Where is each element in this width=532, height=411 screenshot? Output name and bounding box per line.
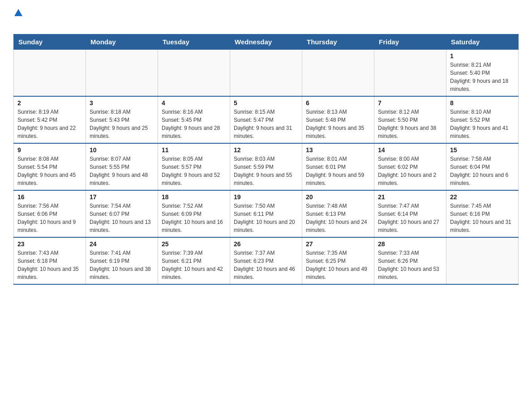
day-cell bbox=[374, 50, 446, 97]
day-info: Sunrise: 7:41 AM Sunset: 6:19 PM Dayligh… bbox=[90, 249, 154, 281]
day-number: 12 bbox=[234, 146, 298, 154]
day-number: 11 bbox=[162, 146, 226, 154]
day-info: Sunrise: 8:12 AM Sunset: 5:50 PM Dayligh… bbox=[378, 108, 442, 140]
day-number: 14 bbox=[378, 146, 442, 154]
day-number: 21 bbox=[378, 193, 442, 201]
day-number: 10 bbox=[90, 146, 154, 154]
day-number: 19 bbox=[234, 193, 298, 201]
day-info: Sunrise: 8:15 AM Sunset: 5:47 PM Dayligh… bbox=[234, 108, 298, 140]
day-number: 20 bbox=[306, 193, 370, 201]
day-number: 27 bbox=[306, 240, 370, 248]
day-cell: 10Sunrise: 8:07 AM Sunset: 5:55 PM Dayli… bbox=[86, 143, 158, 190]
day-cell: 7Sunrise: 8:12 AM Sunset: 5:50 PM Daylig… bbox=[374, 96, 446, 143]
day-number: 6 bbox=[306, 99, 370, 107]
calendar-header: SundayMondayTuesdayWednesdayThursdayFrid… bbox=[14, 34, 519, 50]
day-cell: 1Sunrise: 8:21 AM Sunset: 5:40 PM Daylig… bbox=[446, 50, 519, 97]
day-cell: 25Sunrise: 7:39 AM Sunset: 6:21 PM Dayli… bbox=[158, 237, 230, 284]
day-number: 9 bbox=[17, 146, 82, 154]
header-row: SundayMondayTuesdayWednesdayThursdayFrid… bbox=[14, 34, 519, 50]
day-number: 16 bbox=[17, 193, 82, 201]
week-row-4: 16Sunrise: 7:56 AM Sunset: 6:06 PM Dayli… bbox=[14, 190, 519, 237]
day-cell bbox=[158, 50, 230, 97]
logo bbox=[13, 9, 22, 30]
day-cell bbox=[14, 50, 86, 97]
day-info: Sunrise: 8:00 AM Sunset: 6:02 PM Dayligh… bbox=[378, 155, 442, 187]
day-info: Sunrise: 7:33 AM Sunset: 6:26 PM Dayligh… bbox=[378, 249, 442, 281]
day-cell: 4Sunrise: 8:16 AM Sunset: 5:45 PM Daylig… bbox=[158, 96, 230, 143]
day-number: 22 bbox=[450, 193, 515, 201]
day-info: Sunrise: 7:35 AM Sunset: 6:25 PM Dayligh… bbox=[306, 249, 370, 281]
day-cell: 14Sunrise: 8:00 AM Sunset: 6:02 PM Dayli… bbox=[374, 143, 446, 190]
day-info: Sunrise: 7:50 AM Sunset: 6:11 PM Dayligh… bbox=[234, 202, 298, 234]
day-cell: 12Sunrise: 8:03 AM Sunset: 5:59 PM Dayli… bbox=[230, 143, 302, 190]
logo-triangle-icon bbox=[14, 9, 22, 16]
day-number: 28 bbox=[378, 240, 442, 248]
day-cell: 27Sunrise: 7:35 AM Sunset: 6:25 PM Dayli… bbox=[302, 237, 374, 284]
day-info: Sunrise: 8:19 AM Sunset: 5:42 PM Dayligh… bbox=[17, 108, 82, 140]
day-info: Sunrise: 8:08 AM Sunset: 5:54 PM Dayligh… bbox=[17, 155, 82, 187]
day-cell bbox=[446, 237, 519, 284]
day-cell: 20Sunrise: 7:48 AM Sunset: 6:13 PM Dayli… bbox=[302, 190, 374, 237]
day-cell: 9Sunrise: 8:08 AM Sunset: 5:54 PM Daylig… bbox=[14, 143, 86, 190]
day-cell: 23Sunrise: 7:43 AM Sunset: 6:18 PM Dayli… bbox=[14, 237, 86, 284]
day-info: Sunrise: 8:01 AM Sunset: 6:01 PM Dayligh… bbox=[306, 155, 370, 187]
day-info: Sunrise: 7:56 AM Sunset: 6:06 PM Dayligh… bbox=[17, 202, 82, 234]
day-number: 3 bbox=[90, 99, 154, 107]
day-number: 4 bbox=[162, 99, 226, 107]
day-info: Sunrise: 8:16 AM Sunset: 5:45 PM Dayligh… bbox=[162, 108, 226, 140]
day-info: Sunrise: 8:10 AM Sunset: 5:52 PM Dayligh… bbox=[450, 108, 515, 140]
day-cell bbox=[230, 50, 302, 97]
day-info: Sunrise: 7:47 AM Sunset: 6:14 PM Dayligh… bbox=[378, 202, 442, 234]
header-day-wednesday: Wednesday bbox=[230, 34, 302, 50]
day-cell: 6Sunrise: 8:13 AM Sunset: 5:48 PM Daylig… bbox=[302, 96, 374, 143]
day-cell: 21Sunrise: 7:47 AM Sunset: 6:14 PM Dayli… bbox=[374, 190, 446, 237]
day-number: 25 bbox=[162, 240, 226, 248]
day-info: Sunrise: 7:45 AM Sunset: 6:16 PM Dayligh… bbox=[450, 202, 515, 234]
day-cell: 13Sunrise: 8:01 AM Sunset: 6:01 PM Dayli… bbox=[302, 143, 374, 190]
week-row-3: 9Sunrise: 8:08 AM Sunset: 5:54 PM Daylig… bbox=[14, 143, 519, 190]
day-cell: 28Sunrise: 7:33 AM Sunset: 6:26 PM Dayli… bbox=[374, 237, 446, 284]
day-cell: 2Sunrise: 8:19 AM Sunset: 5:42 PM Daylig… bbox=[14, 96, 86, 143]
day-cell: 11Sunrise: 8:05 AM Sunset: 5:57 PM Dayli… bbox=[158, 143, 230, 190]
day-cell: 18Sunrise: 7:52 AM Sunset: 6:09 PM Dayli… bbox=[158, 190, 230, 237]
header-day-sunday: Sunday bbox=[14, 34, 86, 50]
day-number: 26 bbox=[234, 240, 298, 248]
day-number: 13 bbox=[306, 146, 370, 154]
day-cell: 16Sunrise: 7:56 AM Sunset: 6:06 PM Dayli… bbox=[14, 190, 86, 237]
day-number: 2 bbox=[17, 99, 82, 107]
day-number: 24 bbox=[90, 240, 154, 248]
calendar-body: 1Sunrise: 8:21 AM Sunset: 5:40 PM Daylig… bbox=[14, 50, 519, 285]
page-header bbox=[13, 9, 519, 30]
day-info: Sunrise: 7:37 AM Sunset: 6:23 PM Dayligh… bbox=[234, 249, 298, 281]
day-info: Sunrise: 7:58 AM Sunset: 6:04 PM Dayligh… bbox=[450, 155, 515, 187]
day-number: 15 bbox=[450, 146, 515, 154]
day-cell: 15Sunrise: 7:58 AM Sunset: 6:04 PM Dayli… bbox=[446, 143, 519, 190]
day-number: 18 bbox=[162, 193, 226, 201]
day-info: Sunrise: 8:03 AM Sunset: 5:59 PM Dayligh… bbox=[234, 155, 298, 187]
day-info: Sunrise: 7:52 AM Sunset: 6:09 PM Dayligh… bbox=[162, 202, 226, 234]
day-cell: 8Sunrise: 8:10 AM Sunset: 5:52 PM Daylig… bbox=[446, 96, 519, 143]
day-cell: 17Sunrise: 7:54 AM Sunset: 6:07 PM Dayli… bbox=[86, 190, 158, 237]
day-number: 5 bbox=[234, 99, 298, 107]
week-row-2: 2Sunrise: 8:19 AM Sunset: 5:42 PM Daylig… bbox=[14, 96, 519, 143]
header-day-tuesday: Tuesday bbox=[158, 34, 230, 50]
day-cell bbox=[302, 50, 374, 97]
day-info: Sunrise: 7:39 AM Sunset: 6:21 PM Dayligh… bbox=[162, 249, 226, 281]
day-cell bbox=[86, 50, 158, 97]
day-cell: 24Sunrise: 7:41 AM Sunset: 6:19 PM Dayli… bbox=[86, 237, 158, 284]
day-cell: 5Sunrise: 8:15 AM Sunset: 5:47 PM Daylig… bbox=[230, 96, 302, 143]
header-day-saturday: Saturday bbox=[446, 34, 519, 50]
day-info: Sunrise: 8:13 AM Sunset: 5:48 PM Dayligh… bbox=[306, 108, 370, 140]
header-day-monday: Monday bbox=[86, 34, 158, 50]
day-cell: 22Sunrise: 7:45 AM Sunset: 6:16 PM Dayli… bbox=[446, 190, 519, 237]
day-info: Sunrise: 7:48 AM Sunset: 6:13 PM Dayligh… bbox=[306, 202, 370, 234]
day-cell: 19Sunrise: 7:50 AM Sunset: 6:11 PM Dayli… bbox=[230, 190, 302, 237]
day-info: Sunrise: 8:21 AM Sunset: 5:40 PM Dayligh… bbox=[450, 61, 515, 93]
header-day-thursday: Thursday bbox=[302, 34, 374, 50]
day-info: Sunrise: 8:05 AM Sunset: 5:57 PM Dayligh… bbox=[162, 155, 226, 187]
day-cell: 3Sunrise: 8:18 AM Sunset: 5:43 PM Daylig… bbox=[86, 96, 158, 143]
calendar-table: SundayMondayTuesdayWednesdayThursdayFrid… bbox=[13, 34, 519, 285]
day-info: Sunrise: 8:07 AM Sunset: 5:55 PM Dayligh… bbox=[90, 155, 154, 187]
day-number: 23 bbox=[17, 240, 82, 248]
day-number: 7 bbox=[378, 99, 442, 107]
